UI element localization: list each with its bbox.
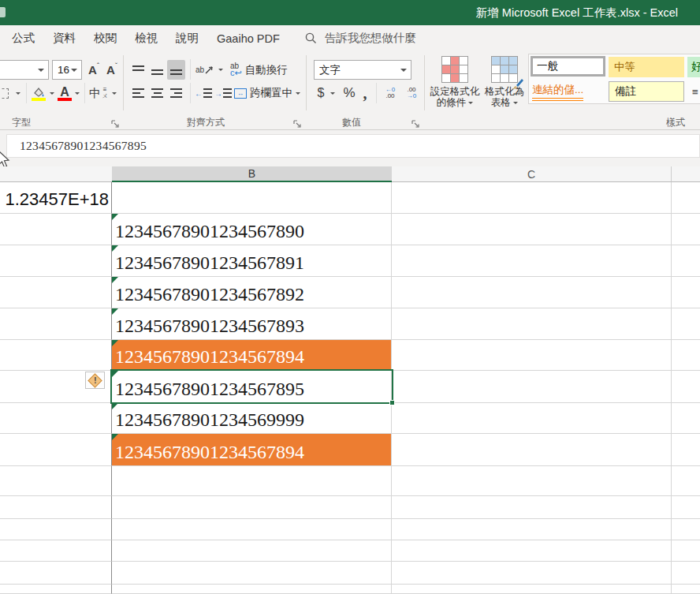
- cell-b11[interactable]: [112, 496, 392, 519]
- column-header-b[interactable]: B: [112, 166, 392, 182]
- cell-d7[interactable]: [672, 371, 700, 403]
- borders-dropdown[interactable]: [13, 84, 23, 103]
- cell-a6[interactable]: [0, 340, 112, 371]
- cell-b3[interactable]: 12345678901234567891: [112, 245, 392, 277]
- font-color-dropdown[interactable]: [73, 84, 82, 103]
- style-chip-note[interactable]: 備註: [609, 81, 684, 102]
- cell-a8[interactable]: [0, 403, 112, 434]
- cell-d14[interactable]: [672, 562, 700, 585]
- cell-b12[interactable]: [112, 519, 392, 540]
- phonetic-guide-button[interactable]: 中 ≡ㄨ: [88, 84, 110, 103]
- align-right-button[interactable]: [167, 84, 185, 103]
- font-size-combo[interactable]: 16: [52, 60, 82, 80]
- cell-c8[interactable]: [392, 403, 672, 434]
- cell-b15[interactable]: [112, 585, 392, 594]
- increase-decimal-button[interactable]: ←0.00: [380, 84, 400, 103]
- cell-c7[interactable]: [392, 371, 672, 403]
- column-header-d[interactable]: [672, 166, 700, 182]
- column-header-a[interactable]: [0, 166, 112, 182]
- currency-format-dropdown[interactable]: [328, 84, 337, 103]
- merge-center-button[interactable]: ↔ 跨欄置中: [234, 84, 294, 103]
- alignment-dialog-launcher[interactable]: [293, 118, 302, 126]
- phonetic-dropdown[interactable]: [110, 84, 119, 103]
- fill-handle[interactable]: [389, 400, 395, 405]
- cell-d11[interactable]: [672, 496, 700, 519]
- cell-a3[interactable]: [0, 245, 112, 277]
- cell-d9[interactable]: [672, 434, 700, 466]
- increase-indent-button[interactable]: →: [214, 84, 233, 103]
- tab-gaaiho-pdf[interactable]: Gaaiho PDF: [217, 32, 280, 45]
- fill-color-dropdown[interactable]: [47, 84, 57, 103]
- style-chip-linked-cell[interactable]: 連結的儲...: [531, 81, 605, 102]
- cell-c9[interactable]: [392, 434, 672, 466]
- orientation-button[interactable]: ab: [194, 60, 216, 80]
- cell-c4[interactable]: [392, 277, 672, 308]
- cell-a14[interactable]: [0, 562, 112, 585]
- cell-d5[interactable]: [672, 308, 700, 340]
- cell-a1[interactable]: 1.23457E+18: [0, 182, 112, 214]
- cell-c15[interactable]: [392, 585, 672, 594]
- cell-d12[interactable]: [672, 519, 700, 540]
- cell-a15[interactable]: [0, 585, 112, 594]
- tell-me-search[interactable]: 告訴我您想做什麼: [305, 31, 416, 46]
- cell-a4[interactable]: [0, 277, 112, 308]
- align-center-button[interactable]: [148, 84, 166, 103]
- error-checking-button[interactable]: !: [85, 372, 105, 389]
- cell-c14[interactable]: [392, 562, 672, 585]
- align-middle-button[interactable]: [148, 60, 166, 80]
- align-left-button[interactable]: [129, 84, 147, 103]
- decrease-indent-button[interactable]: ←: [194, 84, 213, 103]
- cell-a5[interactable]: [0, 308, 112, 340]
- cell-c11[interactable]: [392, 496, 672, 519]
- quick-access-toolbar-icon[interactable]: [0, 7, 6, 17]
- cell-c10[interactable]: [392, 466, 672, 496]
- cell-d1[interactable]: [672, 182, 700, 214]
- cell-b10[interactable]: [112, 466, 392, 496]
- cell-d15[interactable]: [672, 585, 700, 594]
- column-header-c[interactable]: C: [392, 166, 672, 182]
- fill-color-button[interactable]: [30, 81, 47, 103]
- style-chip-partial[interactable]: ≡: [687, 81, 700, 102]
- cell-b1[interactable]: [112, 182, 392, 214]
- cell-c6[interactable]: [392, 340, 672, 371]
- cell-b4[interactable]: 12345678901234567892: [112, 277, 392, 308]
- cell-b8[interactable]: 12345678901234569999: [112, 403, 392, 434]
- percent-format-button[interactable]: %: [341, 84, 358, 103]
- cell-d3[interactable]: [672, 245, 700, 277]
- cell-a2[interactable]: [0, 214, 112, 245]
- cell-b9-highlighted[interactable]: 12345678901234567894: [112, 434, 392, 466]
- style-chip-neutral[interactable]: 中等: [609, 57, 684, 77]
- orientation-dropdown[interactable]: [216, 60, 225, 80]
- cell-d4[interactable]: [672, 277, 700, 308]
- currency-format-button[interactable]: $: [314, 84, 328, 103]
- cell-d2[interactable]: [672, 214, 700, 245]
- cell-b6-highlighted[interactable]: 12345678901234567894: [112, 340, 392, 371]
- cell-b2[interactable]: 12345678901234567890: [112, 214, 392, 245]
- cell-c1[interactable]: [392, 182, 672, 214]
- cell-d8[interactable]: [672, 403, 700, 434]
- cell-c13[interactable]: [392, 540, 672, 562]
- align-top-button[interactable]: [129, 60, 147, 80]
- tab-help[interactable]: 說明: [176, 31, 199, 46]
- wrap-text-button[interactable]: abc↩ 自動換行: [230, 60, 300, 80]
- comma-format-button[interactable]: ,: [359, 84, 370, 103]
- conditional-formatting-button[interactable]: 設定格式化 的條件: [430, 56, 480, 108]
- format-as-table-button[interactable]: 格式化為 表格: [482, 56, 527, 108]
- font-color-button[interactable]: A: [57, 81, 73, 103]
- cell-a11[interactable]: [0, 496, 112, 519]
- borders-button[interactable]: [0, 84, 13, 103]
- tab-review[interactable]: 校閱: [94, 31, 117, 46]
- tab-view[interactable]: 檢視: [135, 31, 158, 46]
- font-name-combo[interactable]: [0, 60, 49, 80]
- cell-c3[interactable]: [392, 245, 672, 277]
- cell-c2[interactable]: [392, 214, 672, 245]
- shrink-font-button[interactable]: Aˇ: [103, 60, 121, 80]
- cell-b13[interactable]: [112, 540, 392, 562]
- tab-data[interactable]: 資料: [53, 31, 76, 46]
- merge-center-dropdown[interactable]: [293, 84, 303, 103]
- style-chip-good[interactable]: 好: [687, 57, 700, 77]
- cell-a13[interactable]: [0, 540, 112, 562]
- number-dialog-launcher[interactable]: [411, 118, 420, 126]
- style-chip-normal[interactable]: 一般: [531, 56, 605, 77]
- cell-a9[interactable]: [0, 434, 112, 466]
